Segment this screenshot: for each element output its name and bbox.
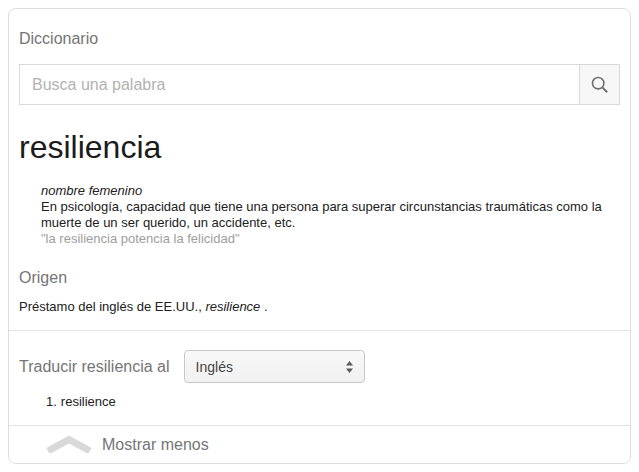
dictionary-card: Diccionario resiliencia nombre femenino …: [8, 8, 631, 464]
search-input[interactable]: [19, 64, 580, 105]
headword: resiliencia: [19, 129, 620, 165]
search-icon: [590, 75, 610, 95]
translation-text: resilience: [61, 394, 116, 409]
collapse-label: Mostrar menos: [102, 436, 209, 454]
chevron-up-icon: [46, 436, 92, 453]
translation-list: 1.resilience: [19, 394, 620, 410]
origin-loanword: resilience: [205, 299, 260, 314]
up-down-spinner-icon: [345, 360, 354, 374]
origin-prefix: Préstamo del inglés de EE.UU.,: [19, 299, 205, 314]
example-quote: "la resiliencia potencia la felicidad": [41, 231, 620, 247]
origin-text: Préstamo del inglés de EE.UU., resilienc…: [19, 299, 620, 315]
part-of-speech: nombre femenino: [41, 183, 620, 199]
origin-suffix: .: [260, 299, 267, 314]
language-select-value: Inglés: [196, 359, 345, 375]
translation-number: 1.: [46, 394, 57, 409]
definition-text: En psicología, capacidad que tiene una p…: [41, 199, 620, 231]
collapse-button[interactable]: Mostrar menos: [9, 425, 630, 463]
translate-label: Traducir resiliencia al: [19, 358, 170, 376]
widget-title: Diccionario: [19, 29, 620, 48]
dictionary-main: Diccionario resiliencia nombre femenino …: [9, 29, 630, 315]
page: Diccionario resiliencia nombre femenino …: [0, 0, 639, 472]
definition-block: nombre femenino En psicología, capacidad…: [41, 183, 620, 247]
translate-row: Traducir resiliencia al Inglés: [19, 350, 620, 383]
origin-heading: Origen: [19, 268, 620, 287]
translate-section: Traducir resiliencia al Inglés 1.resilie…: [9, 331, 630, 410]
search-button[interactable]: [579, 64, 620, 105]
language-select[interactable]: Inglés: [184, 350, 365, 383]
search-bar: [19, 64, 620, 105]
translation-item: 1.resilience: [46, 394, 620, 410]
